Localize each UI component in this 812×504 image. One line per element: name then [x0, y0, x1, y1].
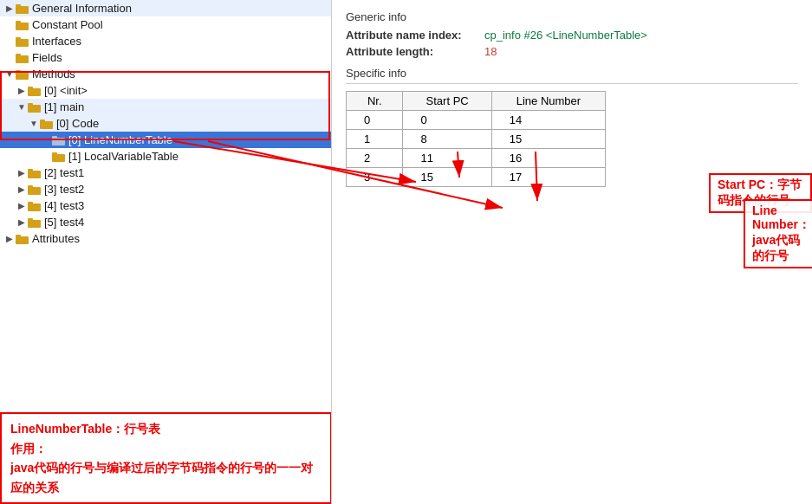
- folder-icon-test4: [28, 216, 42, 228]
- tree-label-code: [0] Code: [56, 117, 99, 130]
- expander-general-info[interactable]: ▶: [3, 3, 16, 13]
- tree-label-test4: [5] test4: [44, 216, 84, 229]
- tree-item-init[interactable]: ▶ [0] <init>: [0, 82, 331, 99]
- table-cell-start_pc: 0: [403, 111, 491, 130]
- table-row: 1815: [347, 130, 606, 149]
- tree-label-test3: [4] test3: [44, 199, 84, 212]
- svg-rect-27: [28, 218, 33, 222]
- svg-rect-9: [16, 70, 21, 74]
- tree-item-interfaces[interactable]: Interfaces: [0, 33, 331, 49]
- folder-icon-test1: [28, 167, 42, 178]
- table-cell-start_pc: 8: [403, 130, 491, 149]
- tree-item-code[interactable]: ▼ [0] Code: [0, 115, 331, 132]
- tree-item-methods[interactable]: ▼ Methods: [0, 66, 331, 82]
- line-number-note: Line Number：java代码的行号: [752, 204, 810, 262]
- table-row: 21116: [347, 149, 606, 168]
- svg-rect-17: [52, 136, 57, 139]
- start-pc-note: Start PC：字节码指令的行号: [718, 178, 802, 207]
- start-pc-annotation: Start PC：字节码指令的行号: [709, 173, 812, 213]
- expander-methods[interactable]: ▼: [3, 69, 16, 79]
- attribute-name-label: Attribute name index:: [346, 29, 484, 42]
- table-cell-line_number: 14: [491, 111, 605, 130]
- expander-init[interactable]: ▶: [16, 86, 28, 95]
- bottom-note-line3: java代码的行号与编译过后的字节码指令的行号的一一对应的关系: [10, 458, 322, 497]
- attribute-name-row: Attribute name index: cp_info #26 <LineN…: [346, 29, 798, 42]
- expander-test3[interactable]: ▶: [16, 201, 28, 210]
- tree-item-line-number-table[interactable]: [0] LineNumberTable: [0, 132, 331, 148]
- col-nr: Nr.: [347, 92, 403, 111]
- folder-icon-init: [28, 85, 42, 96]
- folder-icon-test2: [28, 184, 42, 195]
- svg-rect-1: [16, 4, 21, 8]
- expander-code[interactable]: ▼: [28, 119, 40, 128]
- svg-rect-5: [16, 37, 21, 41]
- folder-icon-general-info: [16, 3, 29, 14]
- tree-label-init: [0] <init>: [44, 84, 88, 97]
- attribute-length-label: Attribute length:: [346, 45, 484, 58]
- expander-test1[interactable]: ▶: [16, 168, 28, 178]
- attribute-length-row: Attribute length: 18: [346, 45, 798, 58]
- tree-item-test1[interactable]: ▶ [2] test1: [0, 165, 331, 181]
- svg-rect-11: [28, 87, 33, 90]
- expander-test4[interactable]: ▶: [16, 217, 28, 227]
- tree-panel: ▶ General Information Constant Pool Inte…: [0, 0, 332, 504]
- tree-label-line-number-table: [0] LineNumberTable: [68, 133, 172, 146]
- svg-rect-15: [40, 120, 45, 123]
- svg-rect-25: [28, 202, 33, 205]
- folder-icon-attributes: [16, 233, 29, 244]
- tree-item-test4[interactable]: ▶ [5] test4: [0, 214, 331, 230]
- svg-rect-29: [16, 235, 21, 238]
- tree-item-attributes[interactable]: ▶ Attributes: [0, 230, 331, 247]
- table-cell-line_number: 17: [491, 168, 605, 187]
- table-cell-start_pc: 11: [403, 149, 491, 168]
- tree-label-interfaces: Interfaces: [32, 35, 81, 48]
- svg-rect-21: [28, 169, 33, 172]
- col-line-number: Line Number: [491, 92, 605, 111]
- bottom-note-line2: 作用：: [10, 439, 322, 458]
- svg-rect-19: [52, 152, 57, 156]
- expander-test2[interactable]: ▶: [16, 184, 28, 194]
- table-row: 31517: [347, 168, 606, 187]
- generic-info-title: Generic info: [346, 10, 798, 23]
- expander-attributes[interactable]: ▶: [3, 234, 16, 243]
- attribute-name-value: cp_info #26 <LineNumberTable>: [484, 29, 647, 42]
- tree-label-general-info: General Information: [32, 2, 132, 15]
- tree-item-general-info[interactable]: ▶ General Information: [0, 0, 331, 16]
- tree-item-fields[interactable]: Fields: [0, 49, 331, 66]
- folder-icon-local-variable-table: [52, 151, 66, 162]
- bottom-note-line1: LineNumberTable：行号表: [10, 419, 322, 438]
- folder-icon-line-number-table: [52, 134, 66, 145]
- svg-rect-13: [28, 103, 33, 107]
- tree-label-test2: [3] test2: [44, 183, 84, 196]
- table-cell-nr: 0: [347, 111, 403, 130]
- svg-rect-3: [16, 21, 21, 24]
- table-cell-start_pc: 15: [403, 168, 491, 187]
- tree-label-fields: Fields: [32, 51, 62, 64]
- svg-rect-7: [16, 54, 21, 57]
- folder-icon-test3: [28, 200, 42, 211]
- table-cell-line_number: 15: [491, 130, 605, 149]
- table-cell-line_number: 16: [491, 149, 605, 168]
- tree-label-test1: [2] test1: [44, 166, 84, 179]
- tree-label-attributes: Attributes: [32, 232, 80, 245]
- right-panel: Generic info Attribute name index: cp_in…: [332, 0, 812, 504]
- tree-item-local-variable-table[interactable]: [1] LocalVariableTable: [0, 148, 331, 165]
- folder-icon-code: [40, 118, 54, 129]
- table-cell-nr: 3: [347, 168, 403, 187]
- tree-item-test2[interactable]: ▶ [3] test2: [0, 181, 331, 197]
- tree-item-main[interactable]: ▼ [1] main: [0, 99, 331, 115]
- folder-icon-fields: [16, 52, 29, 63]
- line-number-table-data: Nr. Start PC Line Number 001418152111631…: [346, 91, 606, 187]
- folder-icon-methods: [16, 68, 29, 80]
- tree-label-local-variable-table: [1] LocalVariableTable: [68, 150, 179, 163]
- tree-item-test3[interactable]: ▶ [4] test3: [0, 197, 331, 214]
- tree-label-methods: Methods: [32, 68, 75, 81]
- tree-item-constant-pool[interactable]: Constant Pool: [0, 16, 331, 33]
- attribute-length-value: 18: [484, 45, 497, 58]
- svg-rect-23: [28, 185, 33, 189]
- table-cell-nr: 2: [347, 149, 403, 168]
- table-cell-nr: 1: [347, 130, 403, 149]
- table-row: 0014: [347, 111, 606, 130]
- expander-main[interactable]: ▼: [16, 102, 28, 112]
- folder-icon-main: [28, 101, 42, 113]
